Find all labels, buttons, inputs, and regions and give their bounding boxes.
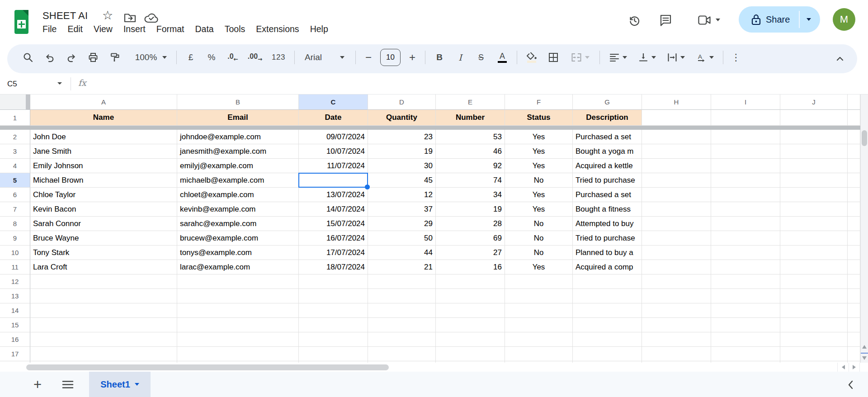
row-header-8[interactable]: 8 <box>0 217 30 231</box>
cell-D5[interactable]: 45 <box>368 173 436 188</box>
cell-A10[interactable]: Tony Stark <box>30 246 177 260</box>
cell-D13[interactable] <box>368 289 436 303</box>
cell-J11[interactable] <box>780 260 848 274</box>
cell-A7[interactable]: Kevin Bacon <box>30 202 177 217</box>
column-header-D[interactable]: D <box>368 95 436 110</box>
cell-E10[interactable]: 27 <box>436 246 505 260</box>
cell-C16[interactable] <box>299 332 368 347</box>
cell-I6[interactable] <box>711 188 780 202</box>
cell-H14[interactable] <box>642 303 711 318</box>
cell-G10[interactable]: Planned to buy a <box>573 246 642 260</box>
cell-J14[interactable] <box>780 303 848 318</box>
cell-F11[interactable]: Yes <box>505 260 573 274</box>
cell-D16[interactable] <box>368 332 436 347</box>
redo-icon[interactable] <box>61 48 82 66</box>
cell-A4[interactable]: Emily Johnson <box>30 159 177 173</box>
cell-E6[interactable]: 34 <box>436 188 505 202</box>
cell-F7[interactable]: Yes <box>505 202 573 217</box>
sheet-tab-sheet1[interactable]: Sheet1 <box>89 372 151 397</box>
cell-B14[interactable] <box>177 303 299 318</box>
cell-A6[interactable]: Chloe Taylor <box>30 188 177 202</box>
cell-G11[interactable]: Acquired a comp <box>573 260 642 274</box>
cell-I16[interactable] <box>711 332 780 347</box>
cell-C6[interactable]: 13/07/2024 <box>299 188 368 202</box>
cell-I3[interactable] <box>711 144 780 159</box>
cell-D9[interactable]: 50 <box>368 231 436 246</box>
share-caret-icon[interactable] <box>807 18 811 21</box>
cell-I14[interactable] <box>711 303 780 318</box>
cell-C4[interactable]: 11/07/2024 <box>299 159 368 173</box>
row-header-10[interactable]: 10 <box>0 246 30 260</box>
font-selector[interactable]: Arial <box>298 52 352 62</box>
cell-G15[interactable] <box>573 318 642 332</box>
cell-J13[interactable] <box>780 289 848 303</box>
undo-icon[interactable] <box>39 48 61 66</box>
cell-D15[interactable] <box>368 318 436 332</box>
cloud-status-icon[interactable] <box>144 13 159 23</box>
video-call-icon[interactable] <box>698 15 711 25</box>
cell-I7[interactable] <box>711 202 780 217</box>
cell-I8[interactable] <box>711 217 780 231</box>
cell-B8[interactable]: sarahc@example.com <box>177 217 299 231</box>
text-wrap-button[interactable] <box>661 48 690 66</box>
cell-C7[interactable]: 14/07/2024 <box>299 202 368 217</box>
cell-C11[interactable]: 18/07/2024 <box>299 260 368 274</box>
cell-I4[interactable] <box>711 159 780 173</box>
cell-D17[interactable] <box>368 347 436 361</box>
cell-F6[interactable]: Yes <box>505 188 573 202</box>
cell-C8[interactable]: 15/07/2024 <box>299 217 368 231</box>
cell-G9[interactable]: Tried to purchase <box>573 231 642 246</box>
share-button[interactable]: Share <box>739 6 820 33</box>
cell-J16[interactable] <box>780 332 848 347</box>
cell-F14[interactable] <box>505 303 573 318</box>
cell-I9[interactable] <box>711 231 780 246</box>
cell-G14[interactable] <box>573 303 642 318</box>
cell-I15[interactable] <box>711 318 780 332</box>
avatar[interactable]: M <box>833 8 855 31</box>
row-header-15[interactable]: 15 <box>0 318 30 332</box>
cell-H7[interactable] <box>642 202 711 217</box>
cell-A11[interactable]: Lara Croft <box>30 260 177 274</box>
cell-B7[interactable]: kevinb@example.com <box>177 202 299 217</box>
vertical-scrollbar-thumb[interactable] <box>862 130 867 146</box>
row-header-4[interactable]: 4 <box>0 159 30 173</box>
cell-J17[interactable] <box>780 347 848 361</box>
cell-A2[interactable]: John Doe <box>30 130 177 144</box>
cell-G3[interactable]: Bought a yoga m <box>573 144 642 159</box>
cell-E5[interactable]: 74 <box>436 173 505 188</box>
cell-H9[interactable] <box>642 231 711 246</box>
cell-E3[interactable]: 46 <box>436 144 505 159</box>
cell-H17[interactable] <box>642 347 711 361</box>
percent-format-button[interactable]: % <box>201 48 222 66</box>
cell-B5[interactable]: michaelb@example.com <box>177 173 299 188</box>
cell-C15[interactable] <box>299 318 368 332</box>
cell-E14[interactable] <box>436 303 505 318</box>
decrease-decimal-button[interactable]: .0← <box>222 48 244 66</box>
cell-J8[interactable] <box>780 217 848 231</box>
cell-G8[interactable]: Attempted to buy <box>573 217 642 231</box>
video-call-caret-icon[interactable] <box>716 19 720 21</box>
name-box[interactable]: C5 <box>7 80 17 89</box>
sheet-tab-caret-icon[interactable] <box>135 383 139 386</box>
header-cell-email[interactable]: Email <box>177 110 299 126</box>
decrease-font-size-button[interactable]: − <box>359 48 377 66</box>
cell-B10[interactable]: tonys@example.com <box>177 246 299 260</box>
cell-A15[interactable] <box>30 318 177 332</box>
scroll-left-icon[interactable] <box>837 363 849 372</box>
cell-J15[interactable] <box>780 318 848 332</box>
cell-E2[interactable]: 53 <box>436 130 505 144</box>
cell-B11[interactable]: larac@example.com <box>177 260 299 274</box>
cell-E17[interactable] <box>436 347 505 361</box>
cell-G5[interactable]: Tried to purchase <box>573 173 642 188</box>
menu-data[interactable]: Data <box>190 23 219 35</box>
cell-C9[interactable]: 16/07/2024 <box>299 231 368 246</box>
header-cell-description[interactable]: Description <box>573 110 642 126</box>
cell-F9[interactable]: No <box>505 231 573 246</box>
cell-G16[interactable] <box>573 332 642 347</box>
column-header-F[interactable]: F <box>505 95 573 110</box>
cell-J3[interactable] <box>780 144 848 159</box>
cell-D10[interactable]: 44 <box>368 246 436 260</box>
strikethrough-button[interactable]: S <box>471 48 491 66</box>
cell-A12[interactable] <box>30 274 177 289</box>
menu-help[interactable]: Help <box>305 23 334 35</box>
